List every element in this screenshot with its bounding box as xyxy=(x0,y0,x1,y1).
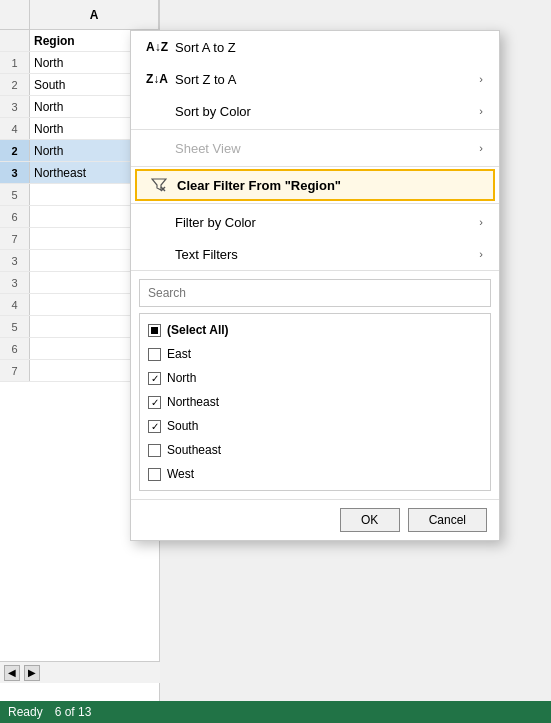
northeast-label: Northeast xyxy=(167,395,219,409)
checkbox-north[interactable]: ✓ North xyxy=(140,366,490,390)
row-num: 5 xyxy=(0,316,30,337)
row-num: 4 xyxy=(0,118,30,139)
sort-color-arrow: › xyxy=(479,105,483,117)
clear-filter-item[interactable]: Clear Filter From "Region" xyxy=(135,169,495,201)
scroll-left-button[interactable]: ◀ xyxy=(4,665,20,681)
sort-za-item[interactable]: Z↓A Sort Z to A › xyxy=(131,63,499,95)
checkbox-select-all-cb xyxy=(148,324,161,337)
row-num: 2 xyxy=(0,140,30,161)
sheet-view-label: Sheet View xyxy=(175,141,471,156)
status-ready: Ready xyxy=(8,705,43,719)
context-menu: A↓Z Sort A to Z Z↓A Sort Z to A › Sort b… xyxy=(130,30,500,541)
row-num: 3 xyxy=(0,250,30,271)
row-num: 4 xyxy=(0,294,30,315)
separator-1 xyxy=(131,129,499,130)
sort-za-arrow: › xyxy=(479,73,483,85)
checkbox-northeast[interactable]: ✓ Northeast xyxy=(140,390,490,414)
checkbox-west-cb xyxy=(148,468,161,481)
filter-section: (Select All) East ✓ North ✓ Northeast xyxy=(131,270,499,499)
row-num: 7 xyxy=(0,360,30,381)
filter-by-color-item[interactable]: Filter by Color › xyxy=(131,206,499,238)
column-headers: A xyxy=(0,0,159,30)
checkbox-south[interactable]: ✓ South xyxy=(140,414,490,438)
sort-by-color-label: Sort by Color xyxy=(175,104,471,119)
row-num: 3 xyxy=(0,96,30,117)
checkbox-southeast-cb xyxy=(148,444,161,457)
checkbox-west[interactable]: West xyxy=(140,462,490,486)
checkbox-northeast-cb: ✓ xyxy=(148,396,161,409)
checkbox-east[interactable]: East xyxy=(140,342,490,366)
row-num: 6 xyxy=(0,206,30,227)
separator-3 xyxy=(131,203,499,204)
text-filters-label: Text Filters xyxy=(175,247,471,262)
scroll-controls: ◀ ▶ xyxy=(0,661,160,683)
col-a-header: A xyxy=(30,0,159,29)
checkbox-southeast[interactable]: Southeast xyxy=(140,438,490,462)
filter-color-arrow: › xyxy=(479,216,483,228)
sheet-view-icon xyxy=(147,139,167,157)
status-bar: Ready 6 of 13 xyxy=(0,701,551,723)
row-num: 1 xyxy=(0,52,30,73)
clear-filter-label: Clear Filter From "Region" xyxy=(177,178,481,193)
cancel-button[interactable]: Cancel xyxy=(408,508,487,532)
sort-za-label: Sort Z to A xyxy=(175,72,471,87)
east-label: East xyxy=(167,347,191,361)
checkbox-select-all[interactable]: (Select All) xyxy=(140,318,490,342)
row-num: 7 xyxy=(0,228,30,249)
filter-color-icon xyxy=(147,213,167,231)
text-filters-item[interactable]: Text Filters › xyxy=(131,238,499,270)
text-filters-arrow: › xyxy=(479,248,483,260)
row-num: 3 xyxy=(0,272,30,293)
row-num-region xyxy=(0,30,30,51)
region-header-label: Region xyxy=(34,34,75,48)
west-label: West xyxy=(167,467,194,481)
row-num-header xyxy=(0,0,30,29)
status-count: 6 of 13 xyxy=(55,705,92,719)
scroll-right-button[interactable]: ▶ xyxy=(24,665,40,681)
separator-2 xyxy=(131,166,499,167)
row-num: 3 xyxy=(0,162,30,183)
north-label: North xyxy=(167,371,196,385)
search-input[interactable] xyxy=(139,279,491,307)
filter-footer: OK Cancel xyxy=(131,499,499,540)
sort-az-label: Sort A to Z xyxy=(175,40,483,55)
sort-by-color-item[interactable]: Sort by Color › xyxy=(131,95,499,127)
sort-az-icon: A↓Z xyxy=(147,40,167,54)
checkbox-list: (Select All) East ✓ North ✓ Northeast xyxy=(139,313,491,491)
sort-az-item[interactable]: A↓Z Sort A to Z xyxy=(131,31,499,63)
clear-filter-icon xyxy=(149,177,169,193)
sheet-view-item: Sheet View › xyxy=(131,132,499,164)
text-filters-icon xyxy=(147,245,167,263)
ok-button[interactable]: OK xyxy=(340,508,400,532)
sort-za-icon: Z↓A xyxy=(147,72,167,86)
sort-color-icon xyxy=(147,103,167,120)
checkbox-north-cb: ✓ xyxy=(148,372,161,385)
south-label: South xyxy=(167,419,198,433)
sheet-view-arrow: › xyxy=(479,142,483,154)
southeast-label: Southeast xyxy=(167,443,221,457)
col-a-label: A xyxy=(90,8,99,22)
select-all-label: (Select All) xyxy=(167,323,229,337)
row-num: 2 xyxy=(0,74,30,95)
row-num: 6 xyxy=(0,338,30,359)
checkbox-east-cb xyxy=(148,348,161,361)
row-num: 5 xyxy=(0,184,30,205)
checkbox-south-cb: ✓ xyxy=(148,420,161,433)
filter-by-color-label: Filter by Color xyxy=(175,215,471,230)
